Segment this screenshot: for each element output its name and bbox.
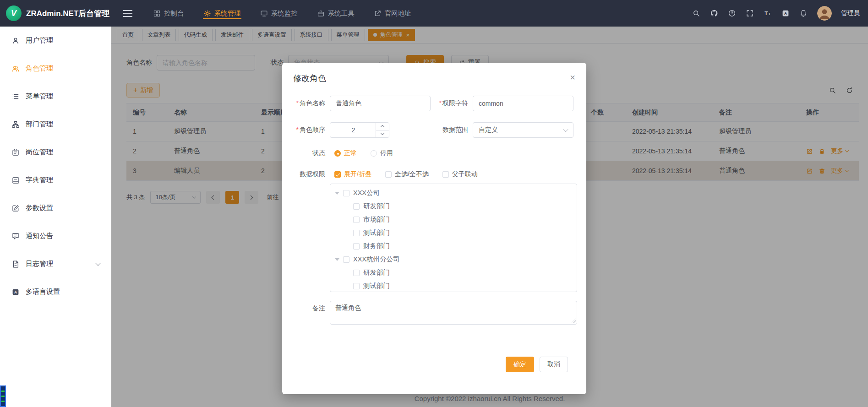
list-icon xyxy=(11,92,20,101)
svg-text:A: A xyxy=(784,11,787,16)
sidebar-item-menus[interactable]: 菜单管理 xyxy=(0,82,111,110)
edit-role-dialog: 修改角色 × *角色名称 *权限字符 *角色顺序 数据范围 自定义 xyxy=(282,63,586,394)
gear-icon xyxy=(203,10,211,17)
monitor-icon xyxy=(260,10,268,17)
font-size-icon[interactable]: TT xyxy=(764,9,772,17)
role-order-label: *角色顺序 xyxy=(293,126,330,134)
nav-item-official-site[interactable]: 官网地址 xyxy=(364,0,421,27)
checkbox-icon[interactable] xyxy=(353,270,360,276)
checkbox-icon[interactable] xyxy=(353,243,360,250)
sidebar-item-roles[interactable]: 角色管理 xyxy=(0,54,111,82)
username[interactable]: 管理员 xyxy=(841,9,860,17)
cancel-button[interactable]: 取消 xyxy=(540,357,568,372)
user-avatar[interactable] xyxy=(817,6,832,21)
checkbox-icon[interactable] xyxy=(343,256,349,263)
nav-label: 官网地址 xyxy=(385,9,411,18)
checkbox-icon[interactable] xyxy=(343,190,349,196)
sidebar-item-label: 用户管理 xyxy=(26,36,53,45)
sidebar-item-label: 日志管理 xyxy=(26,260,53,268)
role-order-input[interactable] xyxy=(330,123,377,137)
role-order-stepper xyxy=(330,122,389,138)
nav-item-system-tools[interactable]: 系统工具 xyxy=(307,0,364,27)
user-icon xyxy=(11,37,20,45)
remark-label: 备注 xyxy=(293,301,330,325)
radio-icon xyxy=(371,150,377,157)
increment-button[interactable] xyxy=(376,123,389,130)
tree-node[interactable]: 市场部门 xyxy=(330,213,577,226)
sidebar-item-label: 多语言设置 xyxy=(26,288,60,296)
users-group-icon xyxy=(11,65,20,73)
checkbox-icon[interactable] xyxy=(353,203,360,210)
github-icon[interactable] xyxy=(710,9,718,17)
expand-collapse-checkbox[interactable]: 展开/折叠 xyxy=(334,170,371,179)
nav-label: 系统监控 xyxy=(271,9,298,18)
decrement-button[interactable] xyxy=(376,130,389,138)
corner-widget-icon[interactable] xyxy=(0,385,6,407)
checkbox-icon[interactable] xyxy=(353,283,360,289)
checkbox-icon[interactable] xyxy=(353,217,360,223)
help-icon[interactable] xyxy=(728,9,736,17)
role-name-label: *角色名称 xyxy=(293,99,330,108)
sidebar-item-dictionaries[interactable]: 字典管理 xyxy=(0,166,111,194)
permission-tree: XXX公司 研发部门 市场部门 测试部门 财务部门 XXX杭州分公司 xyxy=(330,184,577,292)
parent-child-link-checkbox[interactable]: 父子联动 xyxy=(442,170,478,179)
status-radio-disabled[interactable]: 停用 xyxy=(371,149,393,157)
tree-node[interactable]: XXX公司 xyxy=(330,186,577,200)
tree-node[interactable]: 测试部门 xyxy=(330,279,577,292)
select-all-checkbox[interactable]: 全选/全不选 xyxy=(385,170,429,179)
dashboard-icon xyxy=(153,10,161,17)
caret-down-icon[interactable] xyxy=(335,192,339,195)
tree-node[interactable]: 财务部门 xyxy=(330,239,577,253)
role-name-input[interactable] xyxy=(330,96,431,111)
checkbox-icon xyxy=(442,171,449,178)
toolbox-icon xyxy=(317,10,325,17)
data-scope-label: 数据范围 xyxy=(431,126,473,134)
sidebar-item-notices[interactable]: 通知公告 xyxy=(0,222,111,250)
radio-icon xyxy=(334,150,341,157)
app-header: V ZRAdmin.NET后台管理 控制台 系统管理 系统监控 系统工具 官网地… xyxy=(0,0,868,27)
app-logo-icon: V xyxy=(6,5,22,21)
remark-textarea[interactable]: 普通角色 xyxy=(330,301,577,325)
sidebar-item-label: 岗位管理 xyxy=(26,148,53,157)
data-scope-select[interactable]: 自定义 xyxy=(473,122,573,138)
sidebar-item-logs[interactable]: 日志管理 xyxy=(0,250,111,278)
nav-item-console[interactable]: 控制台 xyxy=(143,0,194,27)
search-icon[interactable] xyxy=(692,9,700,17)
nav-label: 控制台 xyxy=(164,9,184,18)
svg-text:T: T xyxy=(764,11,768,16)
sidebar-item-label: 部门管理 xyxy=(26,120,53,129)
checkbox-icon xyxy=(334,171,341,178)
sidebar-item-i18n[interactable]: A 多语言设置 xyxy=(0,278,111,306)
badge-icon xyxy=(11,148,20,157)
close-icon[interactable]: × xyxy=(570,73,575,82)
nav-item-system-monitor[interactable]: 系统监控 xyxy=(251,0,307,27)
bell-icon[interactable] xyxy=(799,9,808,17)
sidebar-item-departments[interactable]: 部门管理 xyxy=(0,110,111,138)
tree-node[interactable]: 研发部门 xyxy=(330,266,577,279)
app-logo-area[interactable]: V ZRAdmin.NET后台管理 xyxy=(0,5,111,21)
nav-item-system-admin[interactable]: 系统管理 xyxy=(194,0,251,27)
tree-node[interactable]: 研发部门 xyxy=(330,200,577,213)
perm-char-label: *权限字符 xyxy=(431,99,473,108)
sidebar-item-users[interactable]: 用户管理 xyxy=(0,27,111,54)
confirm-button[interactable]: 确定 xyxy=(506,357,534,372)
caret-down-icon[interactable] xyxy=(335,258,339,261)
sidebar-item-parameters[interactable]: 参数设置 xyxy=(0,194,111,222)
status-radio-normal[interactable]: 正常 xyxy=(334,149,357,157)
perm-char-input[interactable] xyxy=(473,96,573,111)
checkbox-icon[interactable] xyxy=(353,230,360,236)
nav-label: 系统管理 xyxy=(214,9,241,18)
header-tools: TT A 管理员 xyxy=(692,6,868,21)
language-icon[interactable]: A xyxy=(781,9,790,17)
book-icon xyxy=(11,176,20,185)
data-permission-label: 数据权限 xyxy=(293,170,330,179)
tree-node[interactable]: XXX杭州分公司 xyxy=(330,253,577,266)
org-tree-icon xyxy=(11,120,20,129)
sidebar-item-posts[interactable]: 岗位管理 xyxy=(0,138,111,166)
document-icon xyxy=(11,260,20,268)
top-nav: 控制台 系统管理 系统监控 系统工具 官网地址 xyxy=(143,0,421,27)
tree-node[interactable]: 测试部门 xyxy=(330,226,577,239)
language-square-icon: A xyxy=(11,288,20,296)
sidebar-toggle-icon[interactable] xyxy=(123,10,132,17)
fullscreen-icon[interactable] xyxy=(746,9,754,17)
